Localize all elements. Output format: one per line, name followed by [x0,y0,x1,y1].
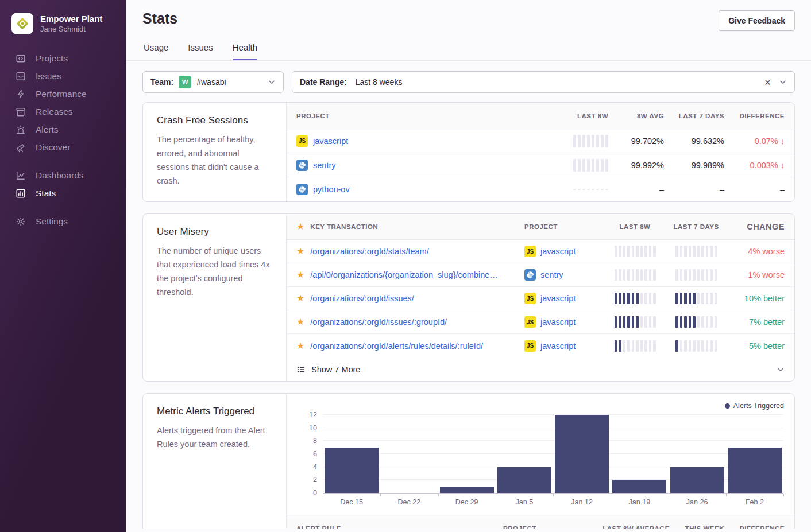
column-header-difference: Difference [724,112,785,119]
sidebar-item-discover[interactable]: Discover [0,138,126,156]
user-misery-description: User Misery The number of unique users t… [143,214,287,381]
show-more-row[interactable]: Show 7 More [287,358,794,381]
project-link[interactable]: sentry [313,161,336,170]
key-transaction-star-icon[interactable]: ★ [296,270,304,279]
misery-table-row: ★/organizations/:orgId/stats/team/JSjava… [287,240,794,263]
sidebar-item-dashboards[interactable]: Dashboards [0,166,126,184]
releases-icon [16,107,26,117]
transaction-link[interactable]: /organizations/:orgId/issues/ [310,294,414,303]
misery-table-row: ★/organizations/:orgId/alerts/rules/deta… [287,334,794,358]
y-axis-label: 4 [300,463,317,471]
chevron-down-icon[interactable] [779,78,787,86]
column-header-last-8w: Last 8w [545,112,608,119]
difference-text: 0.003% [750,161,778,170]
sparkline [615,246,656,257]
bars-container [323,415,783,493]
arrow-down-icon: ↓ [781,137,785,146]
sidebar-item-performance[interactable]: Performance [0,85,126,103]
team-select[interactable]: Team: W #wasabi [142,71,284,93]
key-transaction-star-icon[interactable]: ★ [296,294,304,303]
sidebar-item-label: Settings [36,216,68,227]
column-header-difference: Difference [724,525,785,529]
sidebar-item-releases[interactable]: Releases [0,103,126,121]
tab-usage[interactable]: Usage [144,42,168,60]
sidebar-item-alerts[interactable]: Alerts [0,121,126,138]
org-switcher[interactable]: Empower Plant Jane Schmidt [0,13,126,34]
column-header-change: Change [727,222,785,231]
sidebar-item-stats[interactable]: Stats [0,184,126,202]
last-7-days-value: 99.632% [664,137,724,146]
project-link[interactable]: sentry [540,270,563,279]
sidebar-item-label: Issues [36,71,61,81]
x-axis-labels: Dec 15Dec 22Dec 29Jan 5Jan 12Jan 19Jan 2… [323,498,783,510]
x-axis-label: Dec 29 [438,498,496,510]
chart-legend[interactable]: Alerts Triggered [725,402,784,410]
sidebar-item-settings[interactable]: Settings [0,212,126,230]
arrow-down-icon: ↓ [781,161,785,170]
project-link[interactable]: javascript [540,247,576,256]
tab-issues[interactable]: Issues [188,42,213,60]
crash-table-row: sentry99.992%99.989%0.003%↓ [287,153,794,177]
x-axis-ticks [323,494,783,496]
project-link[interactable]: javascript [313,137,348,146]
sidebar-item-label: Projects [36,53,68,64]
last-8w-sparkline-cell [605,246,665,257]
project-link[interactable]: javascript [540,341,576,351]
show-more-label: Show 7 More [311,365,360,374]
panel-title: User Misery [157,226,272,238]
clear-date-icon[interactable]: × [764,77,771,88]
sidebar-item-projects[interactable]: Projects [0,49,126,67]
sidebar-nav-secondary: DashboardsStats [0,166,126,202]
column-header-last-7-days: Last 7 Days [664,112,724,119]
project-link[interactable]: javascript [540,317,576,327]
column-header-last-7-days: Last 7 Days [665,223,727,230]
legend-dot-icon [725,403,730,409]
misery-table-header: ★ Key Transaction Project Last 8w Last 7… [287,214,794,240]
x-axis-label: Dec 22 [380,498,438,510]
sidebar-item-label: Releases [36,107,73,117]
column-header-last-8w-average: Last 8w Average [589,525,670,529]
page-header: Stats Give Feedback UsageIssuesHealth [126,0,811,61]
stats-icon [16,188,26,199]
key-transaction-star-icon[interactable]: ★ [296,341,304,351]
filter-bar: Team: W #wasabi Date Range: Last 8 weeks… [142,71,795,93]
last-7-days-sparkline-cell [665,246,727,257]
sidebar-item-label: Performance [36,89,87,99]
bar-jan-26 [670,467,724,493]
sparkline [573,189,608,190]
projects-icon [16,53,26,64]
sparkline [675,246,717,257]
sparkline [573,159,608,172]
metric-alerts-panel: Metric Alerts Triggered Alerts triggered… [142,393,795,529]
project-cell: JSjavascript [524,316,605,328]
key-transaction-star-icon[interactable]: ★ [296,247,304,256]
project-link[interactable]: javascript [540,294,576,303]
tab-health[interactable]: Health [233,42,257,60]
give-feedback-button[interactable]: Give Feedback [719,10,795,31]
x-axis-label: Jan 12 [553,498,611,510]
column-header-alert-rule: Alert Rule [296,525,503,529]
sparkline [573,135,608,147]
panel-text: Alerts triggered from the Alert Rules yo… [157,424,272,451]
bar-slot [438,415,496,493]
column-header-key-transaction: Key Transaction [310,223,378,230]
8w-avg-value: 99.992% [608,161,664,170]
date-range-select[interactable]: Date Range: Last 8 weeks × [292,71,795,93]
gridline [323,414,783,415]
last-8w-sparkline-cell [605,316,665,328]
date-range-label: Date Range: [300,77,347,87]
last-7-days-sparkline-cell [665,269,727,281]
project-link[interactable]: python-ov [313,185,350,194]
transaction-link[interactable]: /organizations/:orgId/alerts/rules/detai… [310,341,483,351]
column-header-8w-avg: 8w Avg [608,112,664,119]
sidebar-item-issues[interactable]: Issues [0,67,126,85]
chevron-down-icon[interactable] [777,366,785,374]
transaction-link[interactable]: /organizations/:orgId/stats/team/ [310,247,428,256]
key-transaction-star-icon[interactable]: ★ [296,317,304,327]
main-content: Stats Give Feedback UsageIssuesHealth Te… [126,0,811,532]
transaction-link[interactable]: /api/0/organizations/{organization_slug}… [310,270,497,279]
transaction-link[interactable]: /organizations/:orgId/issues/:groupId/ [310,317,447,327]
project-cell: python-ov [296,184,545,195]
last-7-days-value: 99.989% [664,161,724,170]
sparkline [615,340,656,352]
